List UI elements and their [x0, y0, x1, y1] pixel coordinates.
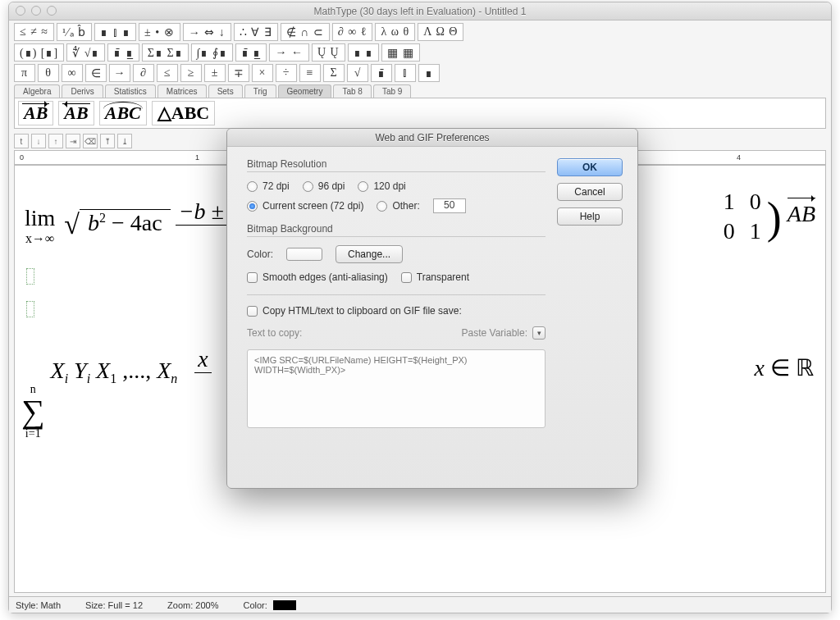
toolbar-button[interactable]: ∎: [418, 64, 440, 82]
toolbar-group[interactable]: ▦ ▦: [381, 43, 420, 62]
toolbar-button[interactable]: √: [347, 64, 368, 82]
toolbar-button[interactable]: Σ: [323, 64, 345, 82]
toolbar-group[interactable]: → ⇔ ↓: [183, 23, 231, 41]
mini-button[interactable]: ⇥: [66, 134, 80, 148]
equation-1: lim x→∞ √ b2 − 4ac −b ±: [21, 198, 227, 252]
ruler-mark: 4: [737, 153, 741, 162]
radio-120dpi[interactable]: 120 dpi: [358, 180, 405, 192]
close-icon[interactable]: [16, 6, 25, 16]
mini-button[interactable]: t: [14, 134, 29, 148]
group-label: Bitmap Background: [247, 223, 546, 235]
symbol-toolbars: ≤ ≠ ≈ ¹⁄ₐ b̂ ∎ ⫿ ∎ ± • ⊗ → ⇔ ↓ ∴ ∀ ∃ ∉ ∩…: [9, 21, 831, 84]
tab-sets[interactable]: Sets: [208, 84, 243, 98]
toolbar-button[interactable]: →: [109, 64, 130, 82]
toolbar-group[interactable]: ∎̄ ∎̲: [107, 43, 139, 62]
toolbar-group[interactable]: ¹⁄ₐ b̂: [57, 23, 92, 41]
toolbar-button[interactable]: π: [14, 64, 35, 82]
paste-variable-button[interactable]: ▾: [532, 326, 546, 340]
tab-derivs[interactable]: Derivs: [62, 84, 103, 98]
toolbar-button[interactable]: ∂: [133, 64, 154, 82]
mini-button[interactable]: ↓: [31, 134, 46, 148]
cancel-button[interactable]: Cancel: [557, 183, 623, 201]
toolbar-group[interactable]: ∎ ⫿ ∎: [94, 23, 136, 41]
help-button[interactable]: Help: [557, 207, 623, 226]
toolbar-group[interactable]: λ ω θ: [375, 23, 415, 41]
status-style: Style: Math: [16, 600, 61, 610]
toolbar-button[interactable]: ∈: [85, 64, 107, 82]
toolbar-group[interactable]: Ų Ų: [312, 43, 345, 62]
mini-button[interactable]: ⌫: [83, 134, 98, 148]
vector-ab-left-button[interactable]: AB: [58, 101, 94, 125]
toolbar-group[interactable]: ∉ ∩ ⊂: [281, 23, 330, 41]
toolbar-group[interactable]: ∫∎ ∮∎: [191, 43, 233, 62]
titlebar: MathType (30 days left in Evaluation) - …: [9, 2, 831, 21]
toolbar-button[interactable]: ∎̄: [371, 64, 392, 82]
toolbar-group[interactable]: → ←: [269, 43, 309, 62]
tab-8[interactable]: Tab 8: [333, 84, 371, 98]
toolbar-group[interactable]: ± • ⊗: [139, 23, 180, 41]
change-color-button[interactable]: Change...: [336, 245, 403, 263]
toolbar-button[interactable]: ≡: [299, 64, 321, 82]
arc-abc-button[interactable]: ABC: [99, 101, 147, 125]
toolbar-group[interactable]: Λ Ω Θ: [418, 23, 463, 41]
placeholder-slot: [26, 264, 34, 290]
text-to-copy-label: Text to copy:: [247, 327, 302, 339]
toolbar-button[interactable]: ≥: [180, 64, 202, 82]
tab-algebra[interactable]: Algebra: [14, 84, 60, 98]
checkbox-smooth-edges[interactable]: Smooth edges (anti-aliasing): [247, 271, 388, 283]
other-dpi-input[interactable]: 50: [433, 198, 466, 213]
ok-button[interactable]: OK: [557, 158, 623, 176]
toolbar-button[interactable]: ≤: [157, 64, 178, 82]
minimize-icon[interactable]: [31, 6, 41, 16]
tab-trig[interactable]: Trig: [244, 84, 276, 98]
toolbar-group[interactable]: ∜ √∎: [66, 43, 105, 62]
template-palette: AB AB ABC △ABC: [14, 98, 826, 129]
toolbar-group[interactable]: ∎ ∎: [348, 43, 380, 62]
mini-button[interactable]: ⤒: [100, 134, 115, 148]
group-bitmap-resolution: Bitmap Resolution 72 dpi 96 dpi 120 dpi …: [247, 158, 546, 213]
checkbox-copy-html[interactable]: Copy HTML/text to clipboard on GIF file …: [247, 305, 546, 317]
paste-variable-label: Paste Variable:: [462, 327, 528, 339]
vector-ab-button[interactable]: AB: [18, 101, 53, 125]
toolbar-button[interactable]: ÷: [276, 64, 297, 82]
radio-other[interactable]: Other:: [377, 200, 419, 212]
toolbar-group[interactable]: Σ∎ Σ∎: [142, 43, 189, 62]
bg-color-swatch[interactable]: [286, 248, 322, 261]
toolbar-button[interactable]: ∓: [228, 64, 249, 82]
dialog-title: Web and GIF Preferences: [227, 129, 637, 147]
toolbar-button[interactable]: ⫿: [395, 64, 416, 82]
ruler-mark: 1: [195, 153, 199, 162]
toolbar-button[interactable]: ±: [204, 64, 226, 82]
toolbar-group[interactable]: ≤ ≠ ≈: [14, 23, 54, 41]
placeholder-slot: [26, 297, 34, 323]
toolbar-button[interactable]: ∞: [62, 64, 83, 82]
color-swatch-icon: [273, 600, 296, 610]
tab-geometry[interactable]: Geometry: [278, 84, 332, 98]
html-template-textarea[interactable]: <IMG SRC=$(URLFileName) HEIGHT=$(Height_…: [247, 349, 546, 428]
toolbar-group[interactable]: (∎) [∎]: [14, 43, 64, 62]
radio-96dpi[interactable]: 96 dpi: [303, 180, 345, 192]
mini-button[interactable]: ⤓: [117, 134, 132, 148]
status-color: Color:: [243, 600, 295, 610]
tab-statistics[interactable]: Statistics: [105, 84, 156, 98]
toolbar-group[interactable]: ∎̄ ∎̲: [235, 43, 267, 62]
triangle-abc-button[interactable]: △ABC: [152, 101, 215, 125]
zoom-icon[interactable]: [47, 6, 57, 16]
toolbar-group[interactable]: ∂ ∞ ℓ: [332, 23, 373, 41]
toolbar-button[interactable]: θ: [38, 64, 59, 82]
status-size: Size: Full = 12: [85, 600, 143, 610]
toolbar-button[interactable]: ×: [252, 64, 273, 82]
checkbox-transparent[interactable]: Transparent: [401, 271, 469, 283]
toolbar-group[interactable]: ∴ ∀ ∃: [234, 23, 278, 41]
tab-9[interactable]: Tab 9: [373, 84, 411, 98]
group-label: Bitmap Resolution: [247, 158, 546, 170]
status-zoom: Zoom: 200%: [167, 600, 218, 610]
tab-matrices[interactable]: Matrices: [158, 84, 207, 98]
radio-72dpi[interactable]: 72 dpi: [247, 180, 290, 192]
group-bitmap-background: Bitmap Background Color: Change... Smoot…: [247, 223, 546, 283]
window-title: MathType (30 days left in Evaluation) - …: [9, 6, 831, 17]
radio-current-screen[interactable]: Current screen (72 dpi): [247, 200, 363, 212]
status-bar: Style: Math Size: Full = 12 Zoom: 200% C…: [9, 596, 831, 613]
category-tabs: Algebra Derivs Statistics Matrices Sets …: [9, 84, 831, 98]
mini-button[interactable]: ↑: [48, 134, 63, 148]
